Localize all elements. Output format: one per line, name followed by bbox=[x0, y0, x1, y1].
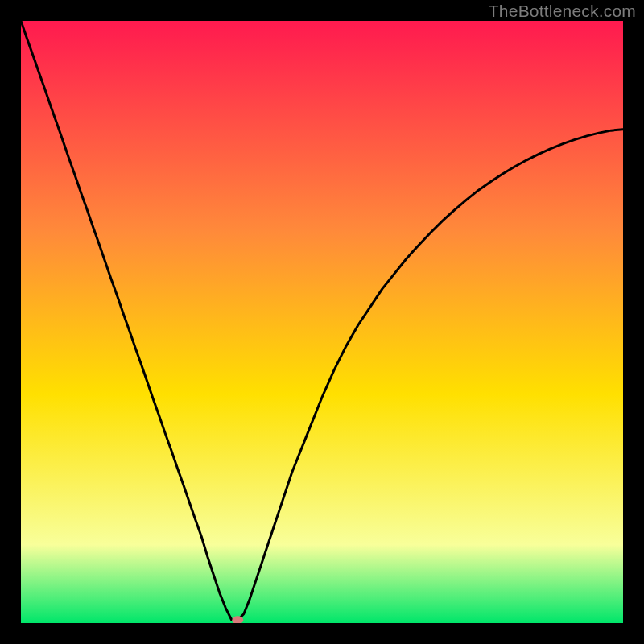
chart-svg bbox=[21, 21, 623, 623]
outer-frame: TheBottleneck.com bbox=[0, 0, 644, 644]
watermark-text: TheBottleneck.com bbox=[489, 2, 636, 21]
gradient-background bbox=[21, 21, 623, 623]
plot-area bbox=[21, 21, 623, 623]
